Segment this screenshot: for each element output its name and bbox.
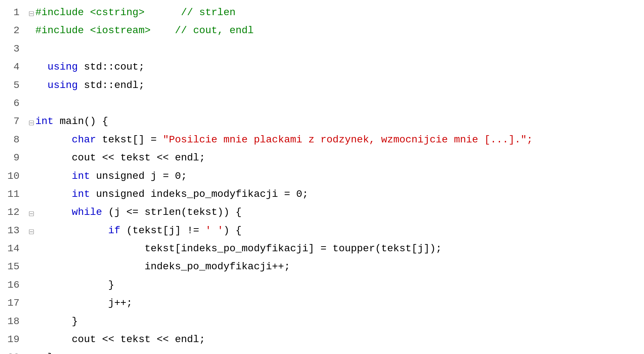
token: while [72, 207, 102, 218]
code-line: cout << tekst << endl; [29, 331, 640, 349]
token [35, 225, 108, 236]
line-number: 16 [4, 276, 19, 294]
token: } [35, 279, 114, 291]
line-number: 11 [4, 185, 19, 203]
code-editor: 1234567891011121314151617181920 #include… [0, 0, 644, 354]
token: "Posilcie mnie plackami z rodzynek, wzmo… [163, 134, 533, 145]
code-line: int main() { [29, 112, 640, 130]
line-tokens: cout << tekst << endl; [35, 149, 205, 167]
line-tokens: tekst[indeks_po_modyfikacji] = toupper(t… [35, 240, 442, 258]
line-tokens: int unsigned j = 0; [35, 167, 187, 185]
token: (j <= strlen(tekst)) { [102, 207, 242, 218]
token: (tekst[j] != [120, 225, 205, 236]
token: j++; [35, 297, 132, 309]
line-tokens: int main() { [35, 112, 108, 130]
code-line: } [29, 276, 640, 294]
line-tokens [35, 94, 42, 112]
token [144, 7, 181, 18]
line-tokens: } [35, 349, 53, 354]
token [35, 80, 48, 91]
line-number: 12 [4, 203, 19, 221]
line-tokens: if (tekst[j] != ' ') { [35, 222, 242, 240]
code-line [29, 94, 640, 112]
token: ) { [223, 225, 242, 236]
fold-icon[interactable] [29, 228, 35, 234]
token: // cout, endl [175, 25, 253, 36]
token: #include [35, 25, 90, 36]
code-line: #include <iostream> // cout, endl [29, 22, 640, 40]
code-line: tekst[indeks_po_modyfikacji] = toupper(t… [29, 240, 640, 258]
line-number: 20 [4, 349, 19, 354]
token: std::cout; [78, 61, 145, 72]
code-line: #include <cstring> // strlen [29, 4, 640, 22]
line-number: 5 [4, 76, 19, 94]
line-tokens: indeks_po_modyfikacji++; [35, 258, 290, 276]
token [151, 25, 175, 36]
code-line: } [29, 313, 640, 331]
code-line: using std::cout; [29, 58, 640, 76]
line-tokens: using std::endl; [35, 76, 144, 94]
fold-icon[interactable] [29, 10, 35, 16]
line-tokens: char tekst[] = "Posilcie mnie plackami z… [35, 131, 533, 149]
token: } [35, 352, 53, 354]
code-line: using std::endl; [29, 76, 640, 94]
code-line: int unsigned j = 0; [29, 167, 640, 185]
line-tokens [35, 40, 42, 58]
line-number: 19 [4, 331, 19, 349]
line-number: 14 [4, 240, 19, 258]
token: cout << tekst << endl; [35, 334, 205, 345]
token: if [108, 225, 121, 236]
token [35, 189, 72, 200]
fold-icon[interactable] [29, 209, 35, 215]
token: tekst[indeks_po_modyfikacji] = toupper(t… [35, 243, 442, 254]
code-content: #include <cstring> // strlen#include <io… [25, 4, 644, 354]
line-tokens: while (j <= strlen(tekst)) { [35, 203, 242, 221]
line-number: 3 [4, 40, 19, 58]
token: indeks_po_modyfikacji++; [35, 261, 290, 272]
token: #include [35, 7, 90, 18]
line-number: 6 [4, 94, 19, 112]
token: int [35, 116, 53, 127]
line-number: 18 [4, 313, 19, 331]
code-line [29, 40, 640, 58]
code-line: while (j <= strlen(tekst)) { [29, 203, 640, 221]
line-number: 15 [4, 258, 19, 276]
token [35, 61, 48, 72]
token: <cstring> [90, 7, 144, 18]
line-number: 8 [4, 131, 19, 149]
token [35, 134, 72, 145]
line-tokens: #include <cstring> // strlen [35, 4, 236, 22]
code-line: indeks_po_modyfikacji++; [29, 258, 640, 276]
line-number: 1 [4, 4, 19, 22]
token: <iostream> [90, 25, 151, 36]
line-number: 10 [4, 167, 19, 185]
token: unsigned j = 0; [90, 171, 187, 182]
token: // strlen [181, 7, 235, 18]
code-line: int unsigned indeks_po_modyfikacji = 0; [29, 185, 640, 203]
line-number: 7 [4, 112, 19, 130]
line-number: 17 [4, 294, 19, 312]
fold-icon[interactable] [29, 119, 35, 125]
line-tokens: int unsigned indeks_po_modyfikacji = 0; [35, 185, 308, 203]
token: using [48, 61, 78, 72]
token: using [48, 80, 78, 91]
token [35, 207, 72, 218]
code-line: } [29, 349, 640, 354]
token: tekst[] = [96, 134, 163, 145]
code-line: j++; [29, 294, 640, 312]
code-line: cout << tekst << endl; [29, 149, 640, 167]
line-number: 13 [4, 222, 19, 240]
token: int [72, 171, 90, 182]
token: std::endl; [78, 80, 145, 91]
token: main() { [53, 116, 108, 127]
token: cout << tekst << endl; [35, 152, 205, 163]
line-tokens: #include <iostream> // cout, endl [35, 22, 254, 40]
line-tokens: } [35, 276, 114, 294]
token: int [72, 189, 90, 200]
token [35, 171, 72, 182]
line-tokens: using std::cout; [35, 58, 144, 76]
code-line: char tekst[] = "Posilcie mnie plackami z… [29, 131, 640, 149]
line-number: 4 [4, 58, 19, 76]
code-line: if (tekst[j] != ' ') { [29, 222, 640, 240]
line-tokens: j++; [35, 294, 132, 312]
